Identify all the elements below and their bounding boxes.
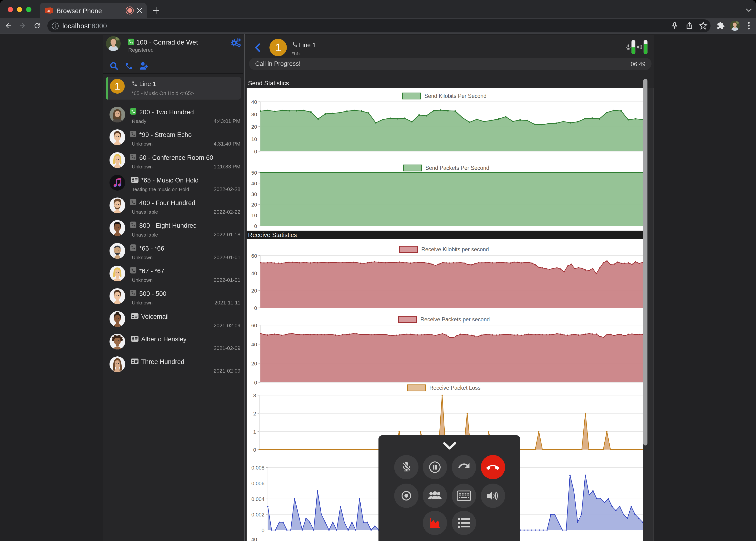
svg-text:0: 0	[254, 305, 257, 311]
svg-text:20: 20	[251, 124, 257, 130]
svg-text:10: 10	[251, 136, 257, 142]
svg-text:0: 0	[253, 447, 256, 453]
svg-text:40: 40	[251, 99, 257, 105]
svg-text:60: 60	[251, 253, 257, 259]
svg-text:50: 50	[251, 170, 257, 176]
svg-text:0.002: 0.002	[251, 512, 264, 518]
svg-text:0.008: 0.008	[251, 465, 264, 471]
svg-text:40: 40	[251, 270, 257, 276]
svg-text:10: 10	[251, 213, 257, 219]
svg-text:3: 3	[253, 392, 256, 398]
svg-text:40: 40	[251, 341, 257, 347]
svg-text:1: 1	[253, 429, 256, 435]
svg-text:Receive Kilobits per second: Receive Kilobits per second	[421, 246, 489, 253]
svg-text:0: 0	[254, 223, 257, 229]
svg-text:Receive Packets per second: Receive Packets per second	[420, 316, 490, 322]
svg-text:Receive Statistics: Receive Statistics	[248, 231, 297, 239]
svg-text:20: 20	[251, 288, 257, 294]
svg-text:60: 60	[251, 322, 257, 328]
svg-text:30: 30	[251, 112, 257, 118]
svg-text:40: 40	[251, 181, 257, 187]
svg-text:Send Kilobits Per Second: Send Kilobits Per Second	[424, 93, 487, 99]
svg-text:Receive Packet Loss: Receive Packet Loss	[429, 385, 481, 391]
svg-text:0.006: 0.006	[251, 480, 264, 486]
svg-text:0: 0	[254, 380, 257, 386]
svg-text:40: 40	[251, 536, 257, 541]
svg-text:0: 0	[254, 149, 257, 155]
svg-text:20: 20	[251, 361, 257, 367]
svg-text:0: 0	[262, 527, 264, 533]
svg-text:0.004: 0.004	[251, 496, 264, 502]
svg-text:20: 20	[251, 202, 257, 208]
svg-text:Send Packets Per Second: Send Packets Per Second	[425, 165, 489, 171]
svg-text:2: 2	[253, 411, 256, 417]
svg-text:30: 30	[251, 191, 257, 197]
